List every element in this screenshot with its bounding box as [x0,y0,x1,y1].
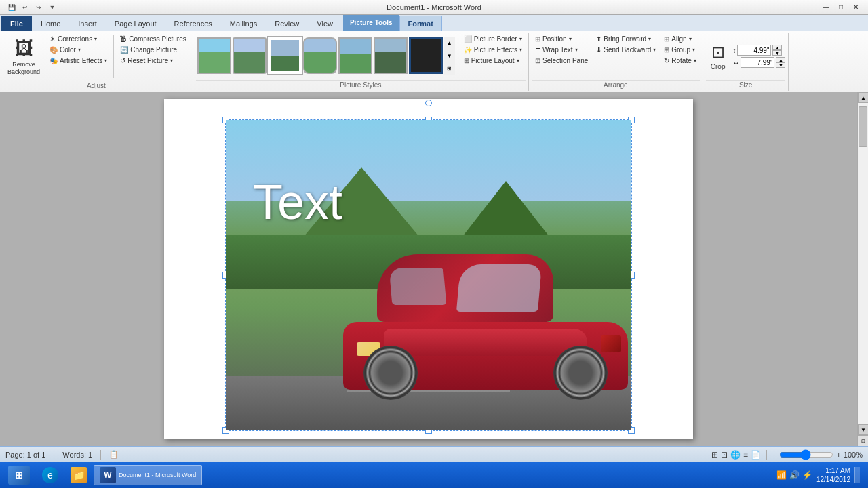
height-down-btn[interactable]: ▼ [772,50,782,56]
vertical-scrollbar: ▲ ▼ ⊟ [857,92,868,446]
align-btn[interactable]: ⊞ Align ▾ [660,34,699,44]
selection-pane-btn[interactable]: ⊡ Selection Pane [532,56,591,66]
change-picture-btn[interactable]: 🔄 Change Picture [117,45,189,55]
style-thumb-7[interactable] [409,37,443,74]
view-fullscreen-btn[interactable]: ⊡ [721,450,728,460]
corrections-btn[interactable]: ☀ Corrections ▾ [46,34,111,44]
zoom-slider[interactable] [779,451,833,459]
tab-page-layout[interactable]: Page Layout [106,16,165,30]
styles-expand-btn[interactable]: ⊞ [444,62,455,75]
style-thumb-4[interactable] [303,37,337,74]
selected-image[interactable]: Text [225,119,632,431]
tab-home[interactable]: Home [32,16,69,30]
reset-label: Reset Picture [127,57,168,64]
tab-file[interactable]: File [1,16,32,30]
remove-background-btn[interactable]: 🖼 RemoveBackground [3,34,45,79]
width-down-btn[interactable]: ▼ [776,62,785,68]
view-web-btn[interactable]: 🌐 [730,450,741,460]
document-page: Text [164,99,693,439]
styles-down-btn[interactable]: ▼ [444,49,455,62]
show-desktop-btn[interactable] [854,467,860,483]
scroll-thumb[interactable] [859,106,867,147]
size-group-label: Size [706,80,786,89]
tab-insert[interactable]: Insert [69,16,106,30]
height-input[interactable] [737,45,771,56]
remove-bg-icon: 🖼 [14,37,33,60]
tab-view[interactable]: View [308,16,342,30]
group-btn[interactable]: ⊞ Group ▾ [660,45,699,55]
scroll-down-btn[interactable]: ▼ [858,424,868,435]
zoom-out-btn[interactable]: − [772,451,776,459]
bring-forward-icon: ⬆ [596,35,601,43]
style-thumb-5[interactable] [338,37,372,74]
width-up-btn[interactable]: ▲ [776,57,785,62]
width-input[interactable] [741,57,774,68]
crop-btn[interactable]: ⊡ Crop [706,39,730,74]
start-btn[interactable]: ⊞ [3,465,35,485]
send-backward-btn[interactable]: ⬇ Send Backward ▾ [593,45,659,55]
customize-quick-btn[interactable]: ▼ [46,1,58,14]
close-btn[interactable]: ✕ [849,2,863,13]
expand-view-btn[interactable]: ⊟ [858,435,868,446]
view-draft-btn[interactable]: 📄 [751,450,761,460]
border-label: Picture Border [474,35,517,43]
height-spinners: ▲ ▼ [772,45,782,56]
artistic-effects-btn[interactable]: 🎭 Artistic Effects ▾ [46,56,111,66]
group-label: Group [671,46,690,54]
proofing-icon[interactable]: 📋 [109,450,119,459]
window-title: Document1 - Microsoft Word [387,3,481,12]
save-quick-btn[interactable]: 💾 [5,1,18,14]
folder-taskbar-btn[interactable]: 📁 [65,465,92,485]
border-icon: ⬜ [464,35,472,43]
minimize-btn[interactable]: — [819,2,833,13]
maximize-btn[interactable]: □ [834,2,848,13]
height-icon: ↕ [732,47,736,54]
align-label: Align [671,35,686,43]
tab-references[interactable]: References [165,16,221,30]
tab-format[interactable]: Format [399,16,442,30]
ie-icon: e [42,467,58,483]
height-up-btn[interactable]: ▲ [772,45,782,50]
picture-layout-btn[interactable]: ⊞ Picture Layout ▾ [460,56,526,66]
scroll-up-btn[interactable]: ▲ [858,92,868,103]
redo-quick-btn[interactable]: ↪ [33,1,45,14]
status-sep-1 [54,450,54,460]
tab-review[interactable]: Review [266,16,308,30]
styles-up-btn[interactable]: ▲ [444,37,455,49]
document-scroll[interactable]: Text [0,92,857,446]
rotate-handle[interactable] [425,100,432,106]
corrections-arrow: ▾ [94,36,97,42]
color-btn[interactable]: 🎨 Color ▾ [46,45,111,55]
wrap-text-btn[interactable]: ⊏ Wrap Text ▾ [532,45,591,55]
system-clock[interactable]: 1:17 AM 12/14/2012 [816,466,850,484]
view-outline-btn[interactable]: ≡ [743,450,748,460]
tab-mailings[interactable]: Mailings [221,16,266,30]
undo-quick-btn[interactable]: ↩ [19,1,31,14]
reset-picture-btn[interactable]: ↺ Reset Picture ▾ [117,56,189,66]
view-print-btn[interactable]: ⊞ [711,450,718,460]
style-thumb-1[interactable] [197,37,231,74]
volume-icon[interactable]: 🔊 [789,470,800,480]
zoom-in-btn[interactable]: + [836,451,840,459]
effects-icon: ✨ [464,46,472,54]
position-btn[interactable]: ⊞ Position ▾ [532,34,591,44]
picture-border-btn[interactable]: ⬜ Picture Border ▾ [460,34,526,44]
car-upper [377,254,553,322]
word-taskbar-btn[interactable]: W Document1 - Microsoft Word [94,465,202,485]
rotate-btn[interactable]: ↻ Rotate ▾ [660,56,699,66]
network-icon[interactable]: 📶 [776,470,787,480]
ie-taskbar-btn[interactable]: e [37,465,64,485]
style-thumb-6[interactable] [374,37,408,74]
style-thumb-3[interactable] [268,37,302,74]
width-icon: ↔ [732,59,739,66]
remove-bg-label: RemoveBackground [7,61,40,76]
compress-btn[interactable]: 🗜 Compress Pictures [117,34,189,44]
status-sep-3 [766,450,767,460]
artistic-label: Artistic Effects [60,57,102,64]
picture-styles-label: Picture Styles [196,80,526,89]
arrange-content: ⊞ Position ▾ ⊏ Wrap Text ▾ ⊡ Selection P… [532,34,700,79]
picture-effects-btn[interactable]: ✨ Picture Effects ▾ [460,45,526,55]
image-content: Text [226,120,631,430]
style-thumb-2[interactable] [233,37,267,74]
bring-forward-btn[interactable]: ⬆ Bring Forward ▾ [593,34,659,44]
